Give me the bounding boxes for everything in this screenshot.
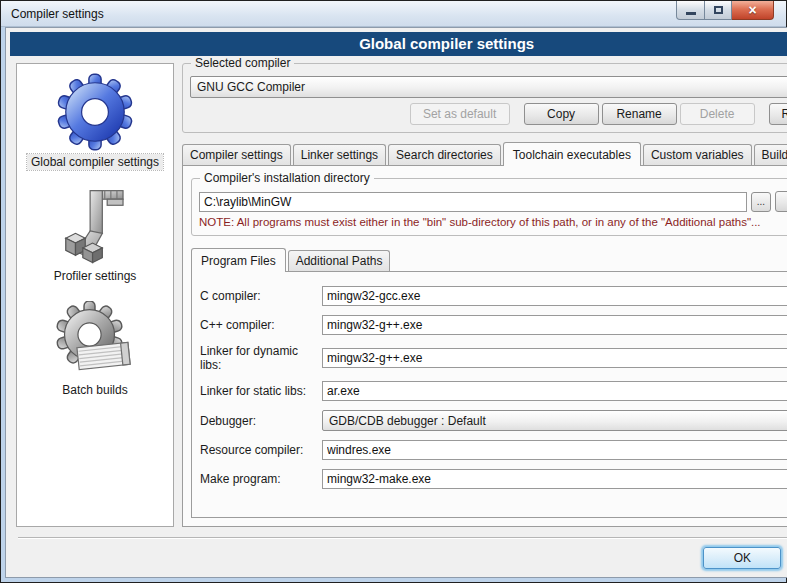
footer-separator	[18, 537, 787, 539]
field-row-linker-dynamic: Linker for dynamic libs: ...	[200, 344, 787, 372]
c-compiler-input[interactable]	[322, 286, 787, 306]
auto-detect-button[interactable]: Auto-detect	[775, 191, 787, 212]
sidebar-item-label: Batch builds	[58, 382, 131, 398]
dialog-client-area: Global compiler settings	[5, 27, 787, 578]
selected-compiler-group: Selected compiler GNU GCC Compiler Set a…	[182, 63, 787, 133]
field-label: Resource compiler:	[200, 443, 322, 457]
close-icon: ×	[748, 3, 756, 17]
field-label: Linker for static libs:	[200, 384, 322, 398]
minimize-icon	[686, 12, 696, 15]
subtab-additional-paths[interactable]: Additional Paths	[288, 250, 391, 271]
caliper-icon	[55, 186, 135, 266]
compiler-settings-dialog: Compiler settings × Global compiler sett…	[0, 0, 787, 583]
page-title: Global compiler settings	[10, 32, 787, 56]
title-bar[interactable]: Compiler settings ×	[1, 1, 786, 27]
sidebar-item-global-compiler-settings[interactable]: Global compiler settings	[27, 72, 163, 170]
sidebar-item-batch-builds[interactable]: Batch builds	[55, 300, 135, 398]
group-label: Selected compiler	[191, 56, 294, 70]
tab-compiler-settings[interactable]: Compiler settings	[182, 144, 291, 165]
field-label: C++ compiler:	[200, 318, 322, 332]
main-settings-area: Selected compiler GNU GCC Compiler Set a…	[182, 63, 787, 527]
close-button[interactable]: ×	[732, 1, 774, 20]
subtab-program-files[interactable]: Program Files	[191, 248, 286, 272]
program-files-panel: C compiler: ... C++ compiler:	[191, 271, 787, 518]
blue-gear-icon	[55, 72, 135, 152]
tab-build-options[interactable]: Build options	[754, 144, 787, 165]
toolchain-executables-panel: Compiler's installation directory ... Au…	[182, 165, 787, 527]
field-row-make-program: Make program: ...	[200, 469, 787, 489]
debugger-select[interactable]: GDB/CDB debugger : Default	[322, 410, 787, 431]
field-row-resource-compiler: Resource compiler: ...	[200, 440, 787, 460]
field-label: Debugger:	[200, 414, 322, 428]
content-row: Global compiler settings	[9, 56, 787, 531]
delete-button[interactable]: Delete	[680, 103, 755, 125]
compiler-buttons-row: Set as default Copy Rename Delete Reset …	[190, 103, 787, 125]
copy-button[interactable]: Copy	[524, 103, 599, 125]
browse-directory-button[interactable]: ...	[751, 192, 771, 212]
tab-toolchain-executables[interactable]: Toolchain executables	[503, 142, 641, 166]
tab-linker-settings[interactable]: Linker settings	[293, 144, 386, 165]
installation-directory-row: ... Auto-detect	[199, 191, 787, 212]
reset-defaults-button[interactable]: Reset defaults	[769, 103, 787, 125]
dialog-footer: OK Cancel	[9, 531, 787, 571]
field-row-c-compiler: C compiler: ...	[200, 286, 787, 306]
linker-static-input[interactable]	[322, 381, 787, 401]
ok-button[interactable]: OK	[703, 547, 781, 569]
field-row-linker-static: Linker for static libs: ...	[200, 381, 787, 401]
group-label: Compiler's installation directory	[200, 171, 374, 185]
cpp-compiler-input[interactable]	[322, 315, 787, 335]
window-title: Compiler settings	[11, 7, 104, 21]
maximize-icon	[714, 6, 723, 14]
sidebar-item-profiler-settings[interactable]: Profiler settings	[50, 186, 141, 284]
field-label: Linker for dynamic libs:	[200, 344, 322, 372]
rename-button[interactable]: Rename	[602, 103, 677, 125]
caption-buttons: ×	[676, 1, 774, 20]
field-row-cpp-compiler: C++ compiler: ...	[200, 315, 787, 335]
linker-dynamic-input[interactable]	[322, 348, 787, 368]
window-frame: Global compiler settings	[1, 27, 786, 582]
sidebar-item-label: Profiler settings	[50, 268, 141, 284]
resource-compiler-input[interactable]	[322, 440, 787, 460]
gear-stack-icon	[55, 300, 135, 380]
installation-directory-group: Compiler's installation directory ... Au…	[191, 178, 787, 236]
installation-directory-input[interactable]	[199, 192, 747, 212]
settings-tab-strip: Compiler settings Linker settings Search…	[182, 142, 787, 165]
field-row-debugger: Debugger: GDB/CDB debugger : Default	[200, 410, 787, 431]
maximize-button[interactable]	[705, 1, 732, 20]
tab-search-directories[interactable]: Search directories	[388, 144, 501, 165]
compiler-select[interactable]: GNU GCC Compiler	[190, 76, 787, 98]
field-label: Make program:	[200, 472, 322, 486]
make-program-input[interactable]	[322, 469, 787, 489]
minimize-button[interactable]	[676, 1, 705, 20]
tab-custom-variables[interactable]: Custom variables	[643, 144, 752, 165]
settings-sidebar: Global compiler settings	[16, 63, 174, 527]
set-as-default-button[interactable]: Set as default	[410, 103, 510, 125]
programs-subtab-strip: Program Files Additional Paths	[191, 248, 787, 271]
bin-subdirectory-note: NOTE: All programs must exist either in …	[199, 216, 787, 228]
field-label: C compiler:	[200, 289, 322, 303]
sidebar-item-label: Global compiler settings	[27, 154, 163, 170]
